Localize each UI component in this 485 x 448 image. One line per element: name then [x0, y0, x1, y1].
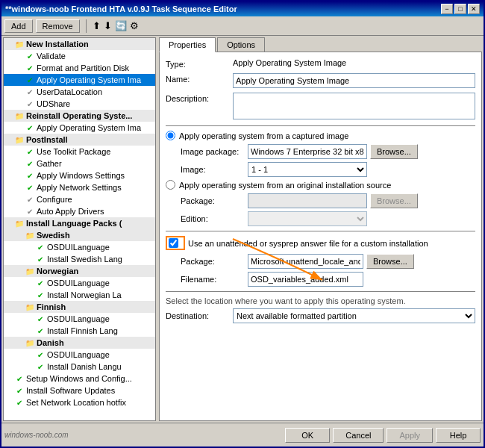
group-postinstall[interactable]: 📁 PostInstall — [4, 134, 155, 146]
name-input[interactable] — [233, 73, 475, 88]
item-label: OSDUILanguage — [47, 350, 110, 359]
main-content: 📁 New Installation ✔ Validate ✔ Format a… — [1, 36, 484, 423]
step-icon: ✔ — [25, 51, 35, 61]
tree-item-toolkit[interactable]: ✔ Use Toolkit Package — [4, 146, 155, 158]
tree-item-userdatalocation[interactable]: ✔ UserDataLocation — [4, 86, 155, 98]
tree-item-software-updates[interactable]: ✔ Install Software Updates — [4, 385, 155, 396]
browse-pkg-button[interactable]: Browse... — [366, 254, 414, 269]
tree-item-no-install[interactable]: ✔ Install Norwegian La — [4, 289, 155, 301]
step-icon: ✔ — [35, 290, 46, 300]
watermark-text: windows-noob.com — [4, 431, 69, 439]
pkg-row: Package: Browse... — [181, 254, 475, 269]
radio-captured[interactable] — [166, 131, 175, 140]
group-danish[interactable]: 📁 Danish — [4, 337, 155, 349]
tree-item-reinstall-os[interactable]: ✔ Apply Operating System Ima — [4, 122, 155, 134]
radio-original-label: Apply operating system from an original … — [179, 181, 391, 190]
maximize-button[interactable]: □ — [454, 4, 466, 14]
description-input[interactable] — [233, 93, 475, 119]
tree-item-validate[interactable]: ✔ Validate — [4, 50, 155, 62]
step-icon: ✔ — [25, 99, 35, 109]
tab-options[interactable]: Options — [217, 37, 265, 52]
tab-properties[interactable]: Properties — [159, 37, 216, 52]
step-icon: ✔ — [25, 158, 35, 169]
item-label: Apply Windows Settings — [37, 171, 125, 180]
title-bar: **windows-noob Frontend HTA v.0.9J Task … — [1, 1, 484, 16]
ok-button[interactable]: OK — [285, 428, 330, 443]
radio-original[interactable] — [166, 180, 175, 190]
group-finnish[interactable]: 📁 Finnish — [4, 301, 155, 313]
edition-select[interactable] — [248, 211, 367, 226]
step-icon: ✔ — [25, 63, 35, 73]
tree-item-network-location[interactable]: ✔ Set Network Location hotfix — [4, 396, 155, 408]
destination-select[interactable]: Next available formatted partition — [233, 308, 475, 323]
description-label: Description: — [166, 93, 233, 103]
group-reinstall[interactable]: 📁 Reinstall Operating Syste... — [4, 110, 155, 122]
tree-item-sw-install[interactable]: ✔ Install Swedish Lang — [4, 253, 155, 265]
tree-item-format-partition[interactable]: ✔ Format and Partition Disk — [4, 62, 155, 74]
group-label: Finnish — [37, 302, 66, 311]
toolbar-icon-3: 🔄 — [115, 20, 127, 31]
group-norwegian[interactable]: 📁 Norwegian — [4, 265, 155, 277]
help-button[interactable]: Help — [436, 428, 481, 443]
image-package-label: Image package: — [181, 147, 248, 156]
tree-item-da-osdui[interactable]: ✔ OSDUILanguage — [4, 349, 155, 361]
close-button[interactable]: ✕ — [468, 4, 480, 14]
tree-item-sw-osdui[interactable]: ✔ OSDUILanguage — [4, 241, 155, 253]
item-label: OSDUILanguage — [47, 314, 110, 323]
tree-item-gather[interactable]: ✔ Gather — [4, 158, 155, 169]
add-button[interactable]: Add — [4, 19, 33, 33]
right-panel: Properties Options Type: Apply Operating… — [159, 37, 482, 421]
image-package-input[interactable] — [248, 144, 367, 159]
image-row: Image: 1 - 1 — [181, 162, 475, 177]
unattended-checkbox-row: Use an unattended or sysprep answer file… — [166, 236, 475, 250]
folder-icon: 📁 — [14, 134, 25, 145]
pkg-input[interactable] — [248, 254, 363, 269]
tree-item-auto-drivers[interactable]: ✔ Auto Apply Drivers — [4, 205, 155, 217]
type-value: Apply Operating System Image — [233, 58, 475, 67]
radio-captured-label: Apply operating system from a captured i… — [179, 131, 348, 140]
group-language-packs[interactable]: 📁 Install Language Packs ( — [4, 217, 155, 229]
tree-item-udshare[interactable]: ✔ UDShare — [4, 98, 155, 110]
tree-item-no-osdui[interactable]: ✔ OSDUILanguage — [4, 277, 155, 289]
step-icon: ✔ — [14, 373, 25, 384]
step-icon: ✔ — [35, 254, 46, 264]
tree-panel: 📁 New Installation ✔ Validate ✔ Format a… — [3, 37, 156, 421]
divider-3 — [166, 291, 475, 292]
destination-label: Destination: — [166, 311, 233, 320]
browse-image-package-button[interactable]: Browse... — [370, 144, 418, 159]
step-icon: ✔ — [25, 194, 35, 205]
type-label: Type: — [166, 58, 233, 69]
item-label: Setup Windows and Config... — [26, 374, 132, 383]
group-new-installation[interactable]: 📁 New Installation — [4, 38, 155, 50]
cancel-button[interactable]: Cancel — [333, 428, 384, 443]
item-label: Configure — [37, 195, 72, 204]
description-row: Description: — [166, 93, 475, 121]
name-row: Name: — [166, 73, 475, 88]
package-row: Package: Browse... — [181, 193, 475, 208]
image-select[interactable]: 1 - 1 — [248, 162, 367, 177]
step-icon: ✔ — [25, 170, 35, 181]
step-icon: ✔ — [35, 361, 46, 372]
apply-button[interactable]: Apply — [387, 428, 433, 443]
tree-item-windows-settings[interactable]: ✔ Apply Windows Settings — [4, 169, 155, 181]
item-label: UDShare — [37, 99, 70, 108]
edition-row: Edition: — [181, 211, 475, 226]
tree-item-configure[interactable]: ✔ Configure — [4, 193, 155, 205]
item-label: Apply Operating System Ima — [37, 75, 141, 84]
tree-item-apply-os-image[interactable]: ✔ Apply Operating System Ima — [4, 74, 155, 86]
tree-item-da-install[interactable]: ✔ Install Danish Langu — [4, 361, 155, 373]
minimize-button[interactable]: − — [441, 4, 453, 14]
item-label: Use Toolkit Package — [37, 147, 110, 156]
tree-item-setup-windows[interactable]: ✔ Setup Windows and Config... — [4, 373, 155, 385]
radio-original-row: Apply operating system from an original … — [166, 180, 475, 190]
tree-item-fi-osdui[interactable]: ✔ OSDUILanguage — [4, 313, 155, 325]
remove-button[interactable]: Remove — [36, 19, 80, 33]
tree-item-fi-install[interactable]: ✔ Install Finnish Lang — [4, 325, 155, 337]
browse-package-button[interactable]: Browse... — [370, 193, 418, 208]
group-swedish[interactable]: 📁 Swedish — [4, 229, 155, 241]
tree-item-network-settings[interactable]: ✔ Apply Network Settings — [4, 181, 155, 193]
package-input[interactable] — [248, 193, 367, 208]
item-label: Install Software Updates — [26, 386, 115, 395]
unattended-checkbox[interactable] — [169, 238, 178, 248]
filename-input[interactable] — [248, 272, 363, 287]
